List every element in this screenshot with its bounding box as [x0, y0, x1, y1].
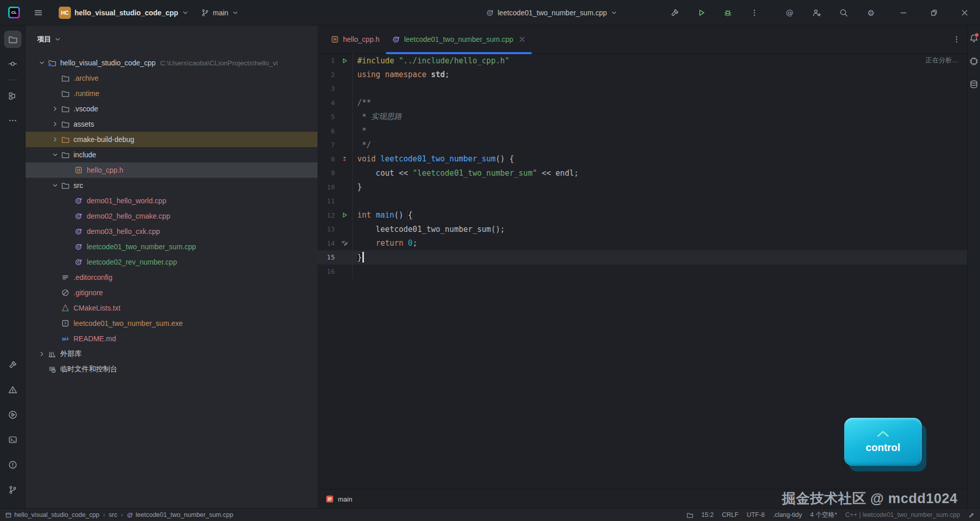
minimize-button[interactable]: [888, 0, 919, 25]
settings-button[interactable]: ⚙: [861, 5, 881, 21]
search-everywhere-button[interactable]: [834, 5, 854, 21]
breadcrumb-src[interactable]: src: [109, 511, 117, 518]
code-line-1[interactable]: 1#include "../include/hello_cpp.h": [317, 54, 968, 68]
code-line-3[interactable]: 3: [317, 82, 968, 96]
chevron-right-icon[interactable]: [36, 350, 47, 358]
chevron-down-icon[interactable]: [50, 151, 61, 158]
breadcrumbs: hello_visual_studio_code_cpp›src›Cleetco…: [0, 511, 233, 518]
code-line-text: void leetcode01_two_number_sum() {: [352, 152, 968, 167]
write-access-icon[interactable]: [968, 512, 975, 518]
ai-assistant-button[interactable]: @: [779, 5, 800, 21]
tree-item-hello-visual-studio-code-cpp[interactable]: hello_visual_studio_code_cppC:\Users\cao…: [25, 55, 317, 70]
project-widget[interactable]: HC hello_visual_studio_code_cpp: [57, 5, 191, 21]
tree-item-demo02-hello-cmake-cpp[interactable]: Cdemo02_hello_cmake.cpp: [25, 208, 317, 224]
clang-tidy-widget[interactable]: .clang-tidy: [773, 511, 802, 518]
tree-item-hello-cpp-h[interactable]: Hhello_cpp.h: [25, 162, 317, 178]
close-tab-icon[interactable]: [519, 36, 526, 43]
tree-item-leetcode02-rev-number-cpp[interactable]: Cleetcode02_rev_number.cpp: [25, 254, 317, 270]
run-button[interactable]: [691, 5, 712, 21]
run-configuration-widget[interactable]: C leetcode01_two_number_sum.cpp: [484, 5, 620, 21]
chevron-down-icon[interactable]: [50, 182, 61, 189]
caret-position[interactable]: 15:2: [701, 511, 714, 518]
folder-icon: [61, 120, 70, 128]
chevron-down-icon[interactable]: [36, 59, 47, 66]
run-tab-label[interactable]: main: [338, 495, 352, 503]
terminal-toolwindow-button[interactable]: [4, 431, 21, 448]
code-line-15[interactable]: 15}: [317, 250, 968, 265]
code-line-13[interactable]: 13 leetcode01_two_number_sum();: [317, 222, 968, 236]
more-actions-button[interactable]: [744, 5, 765, 21]
problems-icon: [8, 385, 17, 394]
debug-button[interactable]: [718, 5, 738, 21]
chevron-right-icon[interactable]: [50, 105, 61, 112]
code-line-4[interactable]: 4/**: [317, 96, 968, 110]
tab-leetcode01-two-number-sum-cpp[interactable]: Cleetcode01_two_number_sum.cpp: [386, 25, 532, 54]
tree-item-runtime[interactable]: .runtime: [25, 86, 317, 101]
tree-item-include[interactable]: include: [25, 147, 317, 162]
main-menu-button[interactable]: [28, 5, 48, 21]
file-encoding[interactable]: UTF-8: [747, 511, 765, 518]
code-line-11[interactable]: 11: [317, 194, 968, 208]
code-line-14[interactable]: 14 return 0;: [317, 236, 968, 251]
version-control-button[interactable]: [4, 481, 21, 499]
tree-item-vscode[interactable]: .vscode: [25, 101, 317, 116]
code-line-16[interactable]: 16: [317, 265, 968, 279]
tab-options-button[interactable]: [952, 25, 961, 54]
tree-item-assets[interactable]: assets: [25, 116, 317, 132]
run-gutter-icon[interactable]: [337, 208, 352, 223]
code-line-2[interactable]: 2using namespace std;: [317, 68, 968, 82]
tree-item-leetcode01-two-number-sum-exe[interactable]: ?leetcode01_two_number_sum.exe: [25, 316, 317, 331]
code-line-7[interactable]: 7 */: [317, 138, 968, 152]
code-line-8[interactable]: 8void leetcode01_two_number_sum() {: [317, 152, 968, 167]
chevron-right-icon[interactable]: [50, 136, 61, 143]
run-gutter-icon[interactable]: [337, 54, 352, 68]
tree-item-cmake-build-debug[interactable]: cmake-build-debug: [25, 132, 317, 147]
goto-related-icon[interactable]: [337, 152, 352, 167]
code-line-10[interactable]: 10}: [317, 180, 968, 195]
tree-item-label: leetcode01_two_number_sum.exe: [74, 319, 183, 327]
code-with-me-button[interactable]: [806, 5, 827, 21]
database-toolwindow-button[interactable]: [968, 77, 979, 92]
inspections-toolwindow-button[interactable]: [4, 456, 21, 473]
problems-toolwindow-button[interactable]: [4, 381, 21, 398]
tree-item-临时文件和控制台[interactable]: 临时文件和控制台: [25, 362, 317, 377]
tab-hello-cpp-h[interactable]: Hhello_cpp.h: [325, 25, 386, 54]
vcs-branch-widget[interactable]: main: [199, 5, 241, 21]
code-line-5[interactable]: 5 * 实现思路: [317, 110, 968, 124]
code-line-9[interactable]: 9 cout << "leetcode01_two_number_sum" <<…: [317, 166, 968, 180]
tree-item-gitignore[interactable]: .gitignore: [25, 285, 317, 300]
commit-toolwindow-button[interactable]: [4, 55, 21, 73]
cpp-icon: C: [74, 212, 83, 220]
restore-button[interactable]: [919, 0, 949, 25]
more-toolwindows-button[interactable]: [4, 112, 21, 129]
code-line-12[interactable]: 12int main() {: [317, 208, 968, 223]
breadcrumb-hello-visual-studio-code-cpp[interactable]: hello_visual_studio_code_cpp: [5, 511, 100, 518]
bug-icon: [723, 8, 732, 17]
tree-item-archive[interactable]: .archive: [25, 70, 317, 86]
build-icon: [8, 360, 17, 369]
build-toolwindow-button[interactable]: [4, 356, 21, 373]
tree-item-src[interactable]: src: [25, 178, 317, 193]
code-token: [357, 239, 376, 248]
tree-item-leetcode01-two-number-sum-cpp[interactable]: Cleetcode01_two_number_sum.cpp: [25, 239, 317, 254]
indent-style[interactable]: 4 个空格*: [810, 511, 837, 519]
ai-assistant-toolwindow-button[interactable]: [968, 54, 979, 69]
tree-item-readme-md[interactable]: MREADME.md: [25, 331, 317, 346]
tree-item-editorconfig[interactable]: .editorconfig: [25, 270, 317, 285]
project-toolwindow-button[interactable]: [4, 31, 21, 48]
code-line-6[interactable]: 6 *: [317, 124, 968, 138]
tree-item-demo01-hello-world-cpp[interactable]: Cdemo01_hello_world.cpp: [25, 193, 317, 208]
structure-toolwindow-button[interactable]: [4, 87, 21, 105]
chevron-right-icon[interactable]: [50, 121, 61, 128]
build-button[interactable]: [665, 5, 685, 21]
project-panel-header[interactable]: 项目: [25, 25, 317, 54]
breadcrumb-leetcode01-two-number-sum-cpp[interactable]: Cleetcode01_two_number_sum.cpp: [127, 511, 233, 518]
edit-intention-icon[interactable]: [337, 236, 352, 251]
line-separator[interactable]: CRLF: [722, 511, 739, 518]
tree-item-cmakelists-txt[interactable]: CMakeLists.txt: [25, 300, 317, 316]
tree-item-外部库[interactable]: 外部库: [25, 346, 317, 362]
tree-item-demo03-hello-cxk-cpp[interactable]: Cdemo03_hello_cxk.cpp: [25, 224, 317, 239]
close-button[interactable]: [949, 0, 980, 25]
notifications-button[interactable]: [968, 31, 979, 46]
run-toolwindow-button[interactable]: [4, 406, 21, 423]
